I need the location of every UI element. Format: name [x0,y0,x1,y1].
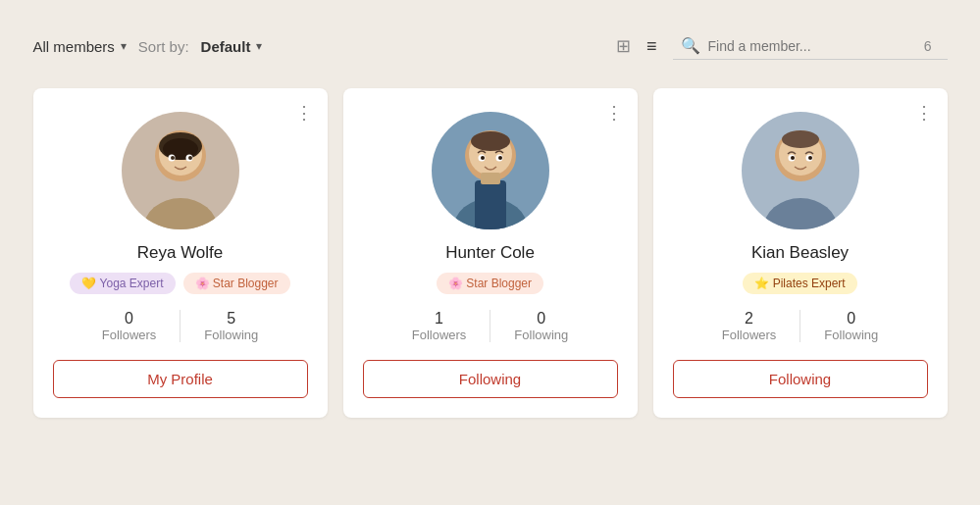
member-avatar-1 [432,112,549,229]
grid-icon: ⊞ [616,36,631,56]
following-count-1: 0 [537,310,545,328]
members-grid: ⋮ Reya Wolfe💛 Yoga Expert🌸 Star Blogger0… [18,73,963,433]
member-badges-0: 💛 Yoga Expert🌸 Star Blogger [70,273,289,294]
member-action-button-1[interactable]: Following [363,360,618,398]
member-avatar-2 [742,112,859,229]
following-stat-0: 5Following [181,310,282,342]
member-name-0: Reya Wolfe [137,243,224,263]
search-area: 🔍 6 [673,32,948,60]
followers-count-0: 0 [125,310,133,328]
member-menu-button-1[interactable]: ⋮ [605,102,624,124]
member-avatar-0 [122,112,239,229]
svg-point-29 [808,156,812,160]
member-card-1: ⋮ Hunter Cole🌸 Star Blogger1Followers0Fo… [343,88,638,418]
member-name-2: Kian Beasley [751,243,849,263]
member-stats-0: 0Followers5Following [53,310,308,342]
following-count-0: 5 [227,310,235,328]
followers-stat-2: 2Followers [698,310,800,342]
followers-stat-0: 0Followers [78,310,181,342]
member-badges-2: ⭐ Pilates Expert [743,273,856,294]
svg-point-28 [791,156,795,160]
list-icon: ≡ [646,36,657,56]
following-stat-1: 0Following [490,310,592,342]
following-stat-2: 0Following [800,310,902,342]
svg-rect-20 [481,173,500,184]
followers-label-0: Followers [102,328,157,342]
member-name-1: Hunter Cole [445,243,535,263]
filter-chevron-icon: ▾ [121,39,127,53]
svg-rect-19 [475,180,506,229]
member-action-button-0[interactable]: My Profile [53,360,308,398]
svg-point-17 [481,156,485,160]
svg-point-8 [171,156,175,160]
followers-count-2: 2 [745,310,753,328]
member-badges-1: 🌸 Star Blogger [437,273,543,294]
grid-view-button[interactable]: ⊞ [612,31,635,61]
svg-point-18 [498,156,502,160]
sort-button[interactable]: Default ▾ [201,38,263,55]
badge-blogger-1: 🌸 Star Blogger [437,273,543,294]
followers-count-1: 1 [435,310,443,328]
badge-yoga-0: 💛 Yoga Expert [70,273,175,294]
filter-label: All members [33,38,115,55]
member-card-2: ⋮ Kian Beasley⭐ Pilates Expert2Followers… [653,88,948,418]
member-action-button-2[interactable]: Following [673,360,928,398]
sort-value: Default [201,38,251,55]
filter-members-button[interactable]: All members ▾ [33,38,127,55]
svg-point-5 [163,138,198,160]
toolbar: All members ▾ Sort by: Default ▾ ⊞ ≡ 🔍 6 [18,20,963,73]
member-card-0: ⋮ Reya Wolfe💛 Yoga Expert🌸 Star Blogger0… [33,88,328,418]
sort-prefix: Sort by: [138,38,189,55]
followers-label-2: Followers [722,328,777,342]
followers-label-1: Followers [412,328,467,342]
page-container: All members ▾ Sort by: Default ▾ ⊞ ≡ 🔍 6… [18,20,963,433]
followers-stat-1: 1Followers [388,310,490,342]
search-icon: 🔍 [681,36,700,55]
member-count: 6 [912,38,932,54]
badge-blogger-0: 🌸 Star Blogger [183,273,290,294]
list-view-button[interactable]: ≡ [643,32,661,61]
svg-point-25 [782,130,819,148]
following-label-1: Following [514,328,568,342]
badge-pilates-2: ⭐ Pilates Expert [743,273,856,294]
member-stats-1: 1Followers0Following [363,310,618,342]
member-menu-button-0[interactable]: ⋮ [295,102,314,124]
following-count-2: 0 [847,310,855,328]
following-label-0: Following [204,328,258,342]
member-menu-button-2[interactable]: ⋮ [915,102,934,124]
svg-point-9 [188,156,192,160]
following-label-2: Following [824,328,878,342]
sort-chevron-icon: ▾ [256,39,262,53]
member-stats-2: 2Followers0Following [673,310,928,342]
search-input[interactable] [708,38,904,54]
view-toggle: ⊞ ≡ [612,31,661,61]
svg-point-14 [471,131,510,151]
